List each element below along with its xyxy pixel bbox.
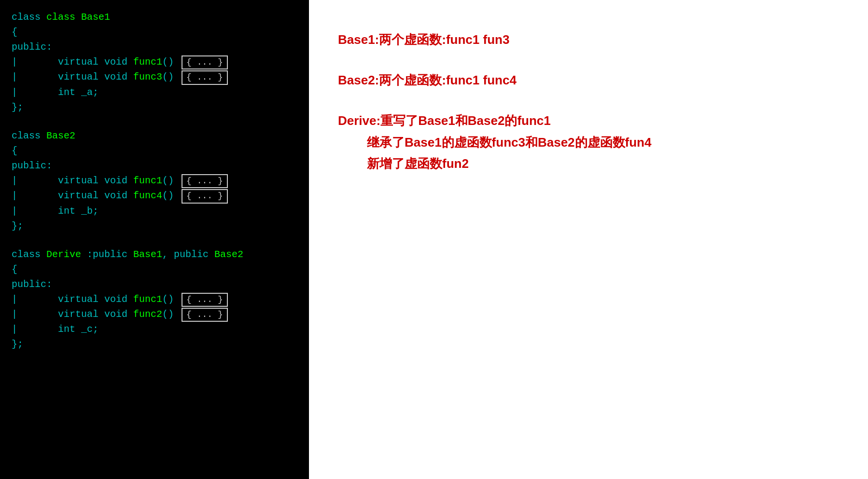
- base2-desc-text: Base2:两个虚函数:func1 func4: [338, 69, 839, 91]
- func3-body-ellipsis: { ... }: [182, 70, 228, 84]
- code-panel: class class Base1 { public: | virtual vo…: [0, 0, 309, 479]
- derive-desc-line1: Derive:重写了Base1和Base2的func1: [338, 110, 839, 131]
- derive-open-brace: {: [12, 262, 297, 277]
- derive-public: public:: [12, 277, 297, 292]
- base1-public: public:: [12, 40, 297, 55]
- derive-desc-line2: 继承了Base1的虚函数func3和Base2的虚函数fun4: [338, 132, 839, 153]
- base2-open-brace: {: [12, 143, 297, 158]
- base2-class-decl: class Base2: [12, 128, 297, 143]
- base1-block: class class Base1 { public: | virtual vo…: [12, 10, 297, 115]
- base2-block: class Base2 { public: | virtual void fun…: [12, 128, 297, 233]
- derive-func1-body-ellipsis: { ... }: [182, 293, 228, 307]
- derive-int-c: | int _c;: [12, 322, 297, 337]
- base2-func1-line: | virtual void func1() { ... }: [12, 173, 297, 188]
- base1-open-brace: {: [12, 25, 297, 40]
- derive-desc-line3: 新增了虚函数fun2: [338, 153, 839, 174]
- base1-close-brace: };: [12, 100, 297, 115]
- derive-block: class Derive :public Base1, public Base2…: [12, 247, 297, 352]
- derive-func2-body-ellipsis: { ... }: [182, 308, 228, 322]
- base2-int-b: | int _b;: [12, 204, 297, 219]
- base1-desc-text: Base1:两个虚函数:func1 fun3: [338, 29, 839, 50]
- base1-description: Base1:两个虚函数:func1 fun3: [338, 29, 839, 50]
- derive-close-brace: };: [12, 337, 297, 352]
- base2-func4-body-ellipsis: { ... }: [182, 189, 228, 203]
- func1-body-ellipsis: { ... }: [182, 55, 228, 69]
- base2-description: Base2:两个虚函数:func1 func4: [338, 69, 839, 91]
- base1-func1-line: | virtual void func1() { ... }: [12, 55, 297, 69]
- base2-func1-body-ellipsis: { ... }: [182, 174, 228, 188]
- derive-func1-line: | virtual void func1() { ... }: [12, 292, 297, 307]
- base1-func3-line: | virtual void func3() { ... }: [12, 69, 297, 84]
- derive-func2-line: | virtual void func2() { ... }: [12, 307, 297, 322]
- base2-close-brace: };: [12, 219, 297, 233]
- desc-panel: Base1:两个虚函数:func1 fun3 Base2:两个虚函数:func1…: [309, 0, 868, 479]
- base1-class-decl: class class Base1: [12, 10, 297, 25]
- class-keyword: class: [12, 12, 46, 23]
- base1-int-a: | int _a;: [12, 85, 297, 100]
- derive-class-decl: class Derive :public Base1, public Base2: [12, 247, 297, 262]
- derive-description: Derive:重写了Base1和Base2的func1 继承了Base1的虚函数…: [338, 110, 839, 174]
- base2-public: public:: [12, 158, 297, 173]
- base2-func4-line: | virtual void func4() { ... }: [12, 188, 297, 203]
